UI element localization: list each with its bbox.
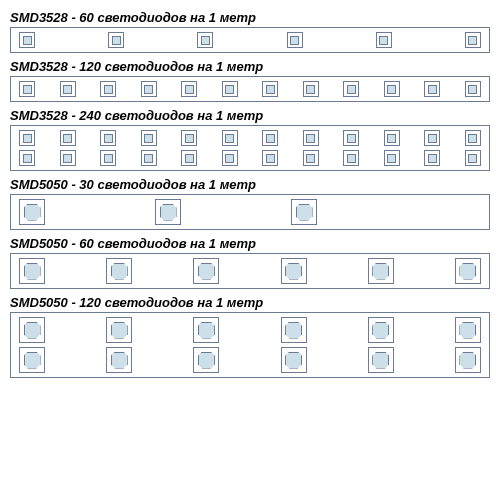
led-chip: [291, 199, 317, 225]
led-chip: [465, 32, 481, 48]
led-chip: [19, 199, 45, 225]
led-chip: [343, 150, 359, 166]
led-chip: [106, 317, 132, 343]
led-chip: [465, 150, 481, 166]
led-emitter-icon: [468, 134, 477, 143]
led-emitter-icon: [185, 85, 194, 94]
led-emitter-icon: [290, 36, 299, 45]
led-strip: [10, 194, 490, 230]
led-emitter-icon: [198, 263, 215, 280]
led-chip: [141, 150, 157, 166]
led-emitter-icon: [24, 204, 41, 221]
led-strip: [10, 125, 490, 171]
led-chip: [455, 258, 481, 284]
led-chip: [19, 317, 45, 343]
led-row: [19, 81, 481, 97]
led-chip: [376, 32, 392, 48]
led-chip: [262, 150, 278, 166]
section-2: SMD3528 - 240 светодиодов на 1 метр: [10, 108, 490, 171]
led-emitter-icon: [111, 322, 128, 339]
led-chip: [465, 81, 481, 97]
led-chip: [281, 317, 307, 343]
led-chip: [193, 258, 219, 284]
led-emitter-icon: [111, 263, 128, 280]
led-chip: [181, 150, 197, 166]
led-emitter-icon: [306, 154, 315, 163]
led-chip: [343, 130, 359, 146]
led-emitter-icon: [63, 85, 72, 94]
led-emitter-icon: [428, 154, 437, 163]
led-emitter-icon: [347, 85, 356, 94]
led-chip: [424, 130, 440, 146]
led-chip: [19, 81, 35, 97]
led-chip: [368, 317, 394, 343]
led-strip: [10, 76, 490, 102]
led-emitter-icon: [144, 154, 153, 163]
led-chip: [222, 81, 238, 97]
led-chip: [60, 150, 76, 166]
section-3: SMD5050 - 30 светодиодов на 1 метр: [10, 177, 490, 230]
led-chip: [108, 32, 124, 48]
led-emitter-icon: [23, 85, 32, 94]
led-emitter-icon: [23, 36, 32, 45]
led-chip: [281, 347, 307, 373]
led-row: [19, 32, 481, 48]
led-strip: [10, 253, 490, 289]
led-chip: [287, 32, 303, 48]
led-emitter-icon: [459, 263, 476, 280]
led-emitter-icon: [266, 85, 275, 94]
led-emitter-icon: [306, 134, 315, 143]
led-chip: [19, 32, 35, 48]
led-emitter-icon: [266, 134, 275, 143]
led-emitter-icon: [63, 134, 72, 143]
led-emitter-icon: [112, 36, 121, 45]
led-strip-diagram: SMD3528 - 60 светодиодов на 1 метрSMD352…: [10, 10, 490, 378]
led-emitter-icon: [285, 263, 302, 280]
led-chip: [281, 258, 307, 284]
led-emitter-icon: [468, 154, 477, 163]
led-chip: [197, 32, 213, 48]
section-label: SMD5050 - 30 светодиодов на 1 метр: [10, 177, 490, 192]
section-label: SMD3528 - 120 светодиодов на 1 метр: [10, 59, 490, 74]
led-emitter-icon: [225, 134, 234, 143]
led-chip: [60, 81, 76, 97]
led-chip: [303, 130, 319, 146]
led-emitter-icon: [428, 134, 437, 143]
led-chip: [455, 317, 481, 343]
led-emitter-icon: [306, 85, 315, 94]
led-chip: [100, 150, 116, 166]
led-strip: [10, 312, 490, 378]
led-emitter-icon: [104, 134, 113, 143]
led-emitter-icon: [387, 134, 396, 143]
section-1: SMD3528 - 120 светодиодов на 1 метр: [10, 59, 490, 102]
led-emitter-icon: [372, 263, 389, 280]
led-emitter-icon: [23, 154, 32, 163]
led-row: [19, 130, 481, 146]
led-emitter-icon: [198, 322, 215, 339]
led-chip: [222, 150, 238, 166]
led-chip: [368, 258, 394, 284]
section-label: SMD5050 - 60 светодиодов на 1 метр: [10, 236, 490, 251]
led-chip: [262, 130, 278, 146]
led-chip: [19, 258, 45, 284]
led-row: [19, 317, 481, 343]
led-emitter-icon: [387, 154, 396, 163]
led-chip: [455, 347, 481, 373]
led-chip: [141, 81, 157, 97]
led-chip: [384, 81, 400, 97]
led-emitter-icon: [24, 263, 41, 280]
led-emitter-icon: [160, 204, 177, 221]
led-emitter-icon: [347, 154, 356, 163]
section-label: SMD3528 - 240 светодиодов на 1 метр: [10, 108, 490, 123]
section-label: SMD3528 - 60 светодиодов на 1 метр: [10, 10, 490, 25]
led-chip: [368, 347, 394, 373]
led-chip: [19, 347, 45, 373]
led-chip: [424, 81, 440, 97]
led-emitter-icon: [104, 85, 113, 94]
led-emitter-icon: [24, 322, 41, 339]
led-emitter-icon: [285, 352, 302, 369]
section-0: SMD3528 - 60 светодиодов на 1 метр: [10, 10, 490, 53]
led-row: [19, 258, 481, 284]
led-emitter-icon: [144, 85, 153, 94]
led-emitter-icon: [23, 134, 32, 143]
